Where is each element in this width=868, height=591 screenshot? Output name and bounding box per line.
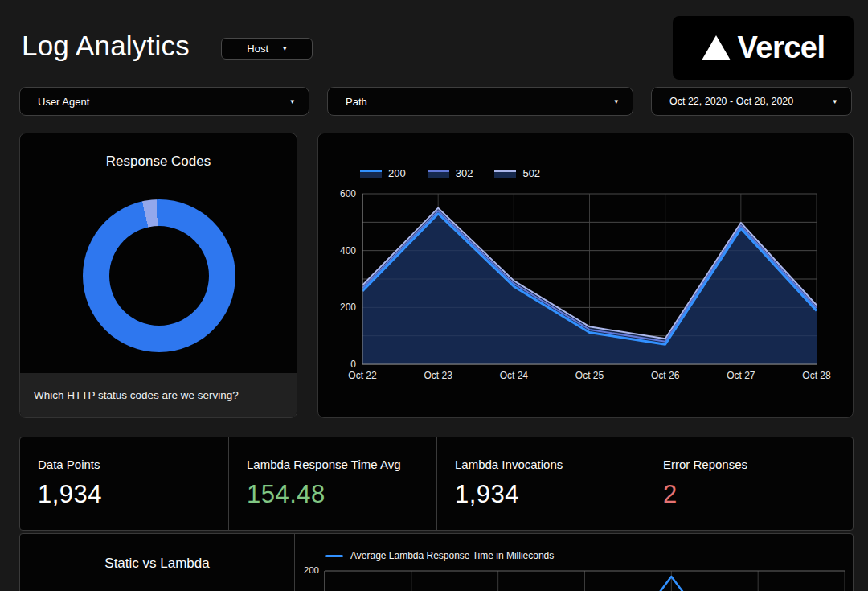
svg-text:Oct 22: Oct 22 [348,370,377,381]
status-codes-chart-card: 200302502 0200400600Oct 22Oct 23Oct 24Oc… [317,133,854,418]
avg-response-line-chart [295,534,853,591]
vercel-logo: Vercel [673,16,854,80]
static-vs-lambda-title: Static vs Lambda [20,534,295,591]
stat-label: Lambda Invocations [455,458,645,471]
chevron-down-icon: ▾ [290,98,294,105]
vercel-triangle-icon [702,35,731,60]
response-codes-card: Response Codes Which HTTP status codes a… [19,133,297,418]
chevron-down-icon: ▾ [833,98,837,105]
stat-value: 154.48 [247,480,436,509]
svg-text:600: 600 [340,188,356,199]
path-dropdown-label: Path [346,96,367,108]
date-range-dropdown[interactable]: Oct 22, 2020 - Oct 28, 2020 ▾ [651,87,852,116]
user-agent-dropdown-label: User Agent [38,96,89,108]
chevron-down-icon: ▾ [614,98,618,105]
stat-lambda-invocations: Lambda Invocations 1,934 [436,437,645,530]
response-codes-title: Response Codes [20,154,297,170]
user-agent-dropdown[interactable]: User Agent ▾ [19,87,309,116]
stat-value: 2 [663,480,853,509]
date-range-label: Oct 22, 2020 - Oct 28, 2020 [669,96,793,107]
host-dropdown-label: Host [247,43,268,55]
svg-text:400: 400 [340,245,356,257]
svg-text:Oct 24: Oct 24 [500,370,529,381]
svg-text:200: 200 [340,302,356,313]
svg-text:Oct 26: Oct 26 [651,370,680,381]
svg-text:Oct 23: Oct 23 [424,370,452,381]
svg-text:0: 0 [350,359,356,370]
vercel-logo-text: Vercel [738,31,825,65]
stat-lambda-response-time-avg: Lambda Response Time Avg 154.48 [228,437,436,530]
stat-label: Data Points [38,458,228,471]
path-dropdown[interactable]: Path ▾ [327,87,633,116]
svg-text:Oct 28: Oct 28 [802,370,831,381]
chevron-down-icon: ▾ [283,45,287,52]
avg-response-chart-cell: Average Lambda Response Time in Millieco… [295,534,853,591]
stats-row: Data Points 1,934 Lambda Response Time A… [19,437,854,531]
stat-label: Error Reponses [663,458,853,471]
host-dropdown[interactable]: Host ▾ [221,38,313,60]
bottom-row: Static vs Lambda Average Lambda Response… [19,533,854,591]
traffic-area-chart: 0200400600Oct 22Oct 23Oct 24Oct 25Oct 26… [318,133,854,418]
stat-label: Lambda Response Time Avg [247,458,436,471]
stat-data-points: Data Points 1,934 [20,437,228,530]
svg-text:Oct 25: Oct 25 [575,370,604,381]
log-analytics-dashboard: { "page": { "background": "#191919" }, "… [0,0,868,591]
stat-value: 1,934 [455,480,645,509]
response-codes-footer: Which HTTP status codes are we serving? [20,373,297,417]
svg-text:Oct 27: Oct 27 [727,370,755,381]
page-title: Log Analytics [22,30,190,62]
stat-error-responses: Error Reponses 2 [645,437,853,530]
response-codes-donut-chart [83,199,235,352]
stat-value: 1,934 [38,480,228,509]
